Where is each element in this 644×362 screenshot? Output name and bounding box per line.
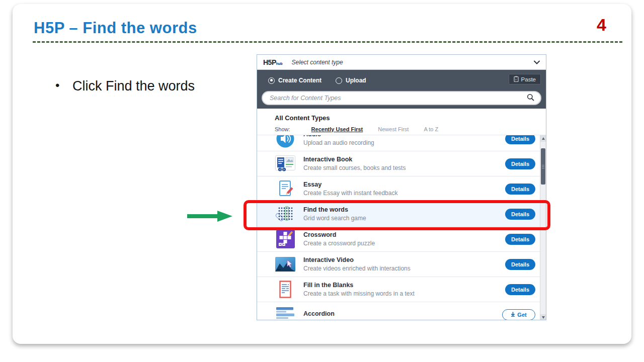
clipboard-icon	[514, 76, 519, 83]
upload-label: Upload	[346, 77, 366, 84]
slide-card: H5P – Find the words 4 • Click Find the …	[13, 4, 631, 344]
content-type-title: Essay	[303, 181, 397, 188]
content-type-row-accordion[interactable]: Accordion Get	[257, 302, 546, 320]
essay-icon	[275, 179, 295, 199]
details-button[interactable]: Details	[505, 135, 535, 144]
content-type-description: Create Essay with instant feedback	[303, 190, 397, 197]
scrollbar-thumb[interactable]	[541, 148, 545, 185]
search-placeholder: Search for Content Types	[270, 95, 527, 102]
content-type-description: Upload an audio recording	[303, 139, 374, 146]
content-type-row-audio[interactable]: Audio Upload an audio recording Details	[257, 135, 546, 151]
bullet-marker: •	[55, 78, 72, 94]
bullet-item: • Click Find the words	[55, 78, 195, 94]
search-icon[interactable]	[527, 94, 534, 103]
radio-unselected-icon	[336, 77, 342, 84]
content-type-title: Interactive Video	[303, 256, 411, 263]
bullet-text: Click Find the words	[72, 78, 195, 94]
details-button[interactable]: Details	[505, 158, 535, 169]
upload-radio[interactable]: Upload	[336, 77, 366, 84]
accordion-icon	[275, 305, 295, 321]
chevron-down-icon[interactable]	[534, 60, 540, 64]
title-divider	[33, 41, 622, 43]
audio-icon	[275, 135, 295, 149]
crossword-icon	[275, 229, 295, 249]
details-button[interactable]: Details	[505, 184, 535, 195]
content-type-title: Fill in the Blanks	[303, 282, 415, 289]
create-content-radio[interactable]: Create Content	[268, 77, 321, 84]
content-type-description: Create a crossword puzzle	[303, 240, 375, 247]
create-content-label: Create Content	[278, 77, 321, 84]
content-type-row-interactive-book[interactable]: Interactive Book Create small courses, b…	[257, 151, 546, 176]
hub-header: H5P hub Select content type	[257, 55, 546, 70]
search-input[interactable]: Search for Content Types	[262, 91, 541, 105]
page-title: H5P – Find the words	[34, 19, 197, 37]
get-button[interactable]: Get	[502, 309, 535, 320]
radio-selected-icon	[268, 77, 275, 84]
details-button[interactable]: Details	[505, 259, 535, 270]
scroll-down-button[interactable]	[540, 314, 546, 320]
page-number: 4	[597, 15, 606, 35]
download-icon	[511, 312, 515, 318]
sort-a-to-z[interactable]: A to Z	[424, 126, 438, 132]
content-type-row-interactive-video[interactable]: Interactive Video Create videos enriched…	[257, 252, 546, 277]
content-type-title: Accordion	[303, 310, 335, 317]
paste-button[interactable]: Paste	[509, 74, 541, 84]
scroll-up-button[interactable]	[540, 135, 546, 142]
fill-in-the-blanks-icon	[275, 280, 295, 300]
all-content-types-heading: All Content Types	[275, 114, 546, 122]
details-button[interactable]: Details	[505, 284, 535, 295]
content-type-row-essay[interactable]: Essay Create Essay with instant feedback…	[257, 176, 546, 202]
content-type-row-fill-in-the-blanks[interactable]: Fill in the Blanks Create a task with mi…	[257, 277, 546, 302]
interactive-video-icon	[275, 254, 295, 275]
h5p-logo: H5P	[263, 58, 276, 66]
highlight-rectangle	[244, 200, 550, 230]
details-button[interactable]: Details	[505, 234, 535, 245]
sort-newest-first[interactable]: Newest First	[378, 126, 409, 132]
show-label: Show:	[275, 126, 290, 132]
hub-title: Select content type	[292, 59, 343, 66]
h5p-hub-window: H5P hub Select content type Create Conte…	[257, 54, 546, 320]
sort-recently-used[interactable]: Recently Used First	[311, 126, 363, 132]
content-type-title: Audio	[303, 135, 374, 138]
h5p-logo-sub: hub	[276, 62, 283, 65]
list-header: All Content Types Show: Recently Used Fi…	[257, 109, 546, 135]
paste-label: Paste	[521, 76, 536, 82]
content-type-description: Create small courses, books and tests	[303, 164, 406, 171]
content-type-description: Create a task with missing words in a te…	[303, 290, 415, 297]
content-type-row-crossword[interactable]: Crossword Create a crossword puzzle Deta…	[257, 227, 546, 252]
get-label: Get	[517, 312, 526, 318]
interactive-book-icon	[275, 154, 295, 174]
content-type-description: Create videos enriched with interactions	[303, 265, 411, 272]
content-type-title: Crossword	[303, 231, 375, 238]
pointer-arrow-icon	[187, 209, 233, 225]
content-type-title: Interactive Book	[303, 156, 406, 163]
hub-toolbar: Create Content Upload Paste Search for C…	[257, 70, 546, 109]
